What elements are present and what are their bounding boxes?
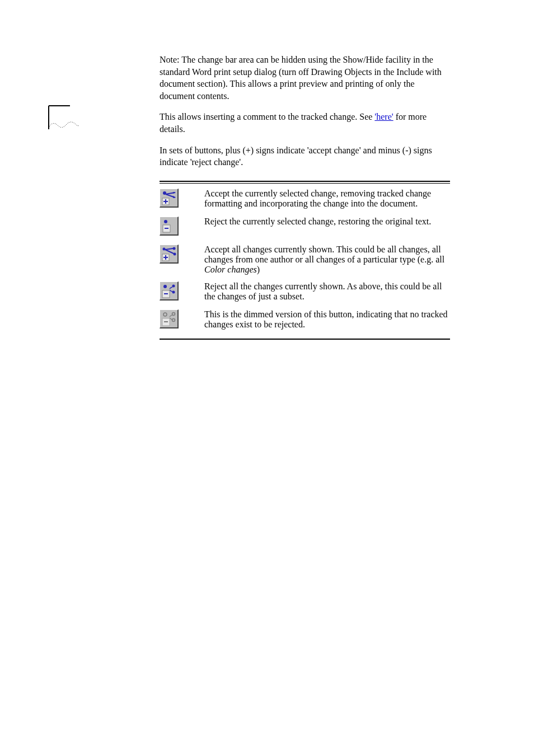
svg-point-21 — [163, 285, 167, 288]
svg-point-22 — [172, 284, 175, 287]
table-cell-text: Accept the currently selected change, re… — [204, 185, 450, 213]
note-margin-icon — [48, 104, 81, 132]
comment-paragraph: This allows inserting a comment to the t… — [160, 111, 450, 135]
row3-italic: Color changes — [204, 265, 257, 274]
icon-table: Accept the currently selected change, re… — [160, 185, 450, 334]
note-paragraph: Note: The change bar area can be hidden … — [160, 54, 450, 102]
svg-point-28 — [172, 318, 175, 321]
accept-change-icon — [160, 189, 179, 208]
reject-all-shown-icon — [160, 281, 179, 300]
svg-point-10 — [164, 220, 167, 223]
table-cell-text: Reject all the changes currently shown. … — [204, 278, 450, 306]
table-cell-text: This is the dimmed version of this butto… — [204, 306, 450, 334]
table-top-rule — [160, 181, 450, 182]
comment-prefix: This allows inserting a comment to the t… — [160, 112, 374, 121]
table-row: Reject all the changes currently shown. … — [160, 278, 450, 306]
reject-all-disabled-icon — [160, 309, 179, 328]
reject-change-icon — [160, 217, 179, 236]
row3-prefix: Accept all changes currently shown. This… — [204, 245, 444, 264]
table-cell-text: Reject the currently selected change, re… — [204, 213, 450, 241]
here-link[interactable]: 'here' — [374, 112, 393, 121]
table-bottom-rule — [160, 339, 450, 340]
accept-all-shown-icon — [160, 245, 179, 264]
table-row: Accept the currently selected change, re… — [160, 185, 450, 213]
svg-line-17 — [165, 250, 174, 253]
table-row: Accept all changes currently shown. This… — [160, 241, 450, 278]
svg-marker-6 — [173, 196, 176, 198]
table-cell-text: Accept all changes currently shown. This… — [204, 241, 450, 278]
svg-point-23 — [172, 290, 175, 293]
svg-point-26 — [163, 313, 167, 316]
svg-line-16 — [165, 248, 173, 250]
svg-point-27 — [172, 312, 175, 315]
table-row: Reject the currently selected change, re… — [160, 213, 450, 241]
table-top-rule2 — [160, 183, 450, 184]
signs-paragraph: In sets of buttons, plus (+) signs indic… — [160, 144, 450, 168]
row3-suffix: ) — [257, 265, 260, 274]
svg-point-14 — [173, 247, 176, 250]
table-row: This is the dimmed version of this butto… — [160, 306, 450, 334]
